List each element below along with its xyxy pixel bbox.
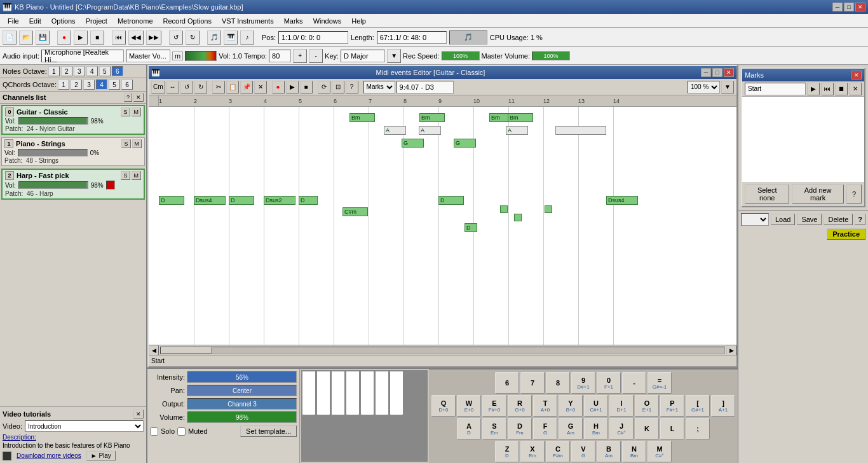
key-n[interactable]: NBm	[622, 441, 646, 462]
channel-1-mute[interactable]: M	[132, 139, 142, 148]
midi-play[interactable]: ▶	[286, 81, 299, 93]
note-small-1[interactable]	[500, 205, 508, 213]
midi-undo[interactable]: ↺	[180, 81, 193, 93]
download-link[interactable]: Download more videos	[17, 452, 81, 459]
key-rbracket[interactable]: ]A+1	[711, 395, 735, 417]
menu-marks[interactable]: Marks	[279, 16, 308, 26]
scroll-track[interactable]	[160, 347, 725, 354]
note-chm[interactable]: C#m	[342, 207, 368, 216]
play-button-video[interactable]: ► Play	[86, 451, 116, 460]
muted-checkbox[interactable]	[177, 427, 186, 436]
menu-project[interactable]: Project	[81, 16, 112, 26]
pan-bar[interactable]: Center	[187, 385, 297, 396]
key-z[interactable]: ZD	[495, 441, 519, 462]
piano-key-g[interactable]	[360, 371, 374, 415]
note-bm-4[interactable]: Bm	[508, 113, 533, 122]
piano-key-e[interactable]	[331, 371, 345, 415]
channel-1-vol-slider[interactable]	[18, 149, 88, 156]
practice-help[interactable]: ?	[855, 214, 865, 225]
key-equals[interactable]: =G#=-1	[648, 372, 672, 394]
key-0[interactable]: 0F+1	[597, 372, 621, 394]
note-d-3[interactable]: D	[299, 196, 318, 205]
channel-2-solo[interactable]: S	[121, 171, 130, 180]
menu-file[interactable]: File	[3, 16, 24, 26]
marks-prev[interactable]: ⏮	[821, 83, 834, 95]
key-a[interactable]: AD	[457, 418, 481, 439]
note-dsus4-2[interactable]: Dsus4	[606, 196, 638, 205]
note-small-2[interactable]	[514, 214, 522, 221]
key-o[interactable]: OE+1	[635, 395, 659, 417]
delete-button[interactable]: Delete	[824, 214, 853, 225]
practice-button[interactable]: Practice	[827, 228, 865, 240]
output-bar[interactable]: Channel 3	[187, 398, 297, 410]
marks-content[interactable]	[742, 97, 864, 182]
solo-checkbox[interactable]	[150, 427, 158, 436]
note-bm-1[interactable]: Bm	[349, 113, 375, 122]
note-bm-2[interactable]: Bm	[419, 113, 445, 122]
undo-button[interactable]: ↺	[169, 31, 183, 45]
tempo-down[interactable]: -	[309, 49, 323, 63]
back-button[interactable]: ◀◀	[128, 31, 144, 45]
maximize-button[interactable]: □	[844, 3, 854, 11]
key-d[interactable]: DFm	[508, 418, 532, 439]
key-q[interactable]: QD+0	[431, 395, 456, 417]
close-button[interactable]: ✕	[855, 3, 865, 11]
notes-oct-1[interactable]: 1	[48, 66, 60, 76]
qchords-oct-1[interactable]: 1	[58, 79, 69, 90]
marks-stop[interactable]: ⏹	[835, 83, 848, 95]
key-b[interactable]: BAm	[597, 441, 621, 462]
piano-button[interactable]: 🎹	[224, 31, 238, 45]
key-h[interactable]: HBm	[584, 418, 608, 439]
key-semicolon[interactable]: ;	[686, 418, 710, 439]
key-7[interactable]: 7	[520, 372, 545, 394]
midi-stop[interactable]: ■	[300, 81, 313, 93]
zoom-dropdown[interactable]: 100 %	[688, 81, 720, 93]
notes-oct-6[interactable]: 6	[112, 66, 123, 76]
set-template-button[interactable]: Set template...	[240, 425, 297, 437]
midi-maximize[interactable]: □	[712, 68, 722, 77]
menu-options[interactable]: Options	[46, 16, 81, 26]
marks-close[interactable]: ✕	[851, 71, 862, 79]
menu-edit[interactable]: Edit	[24, 16, 46, 26]
scroll-thumb[interactable]	[161, 347, 212, 354]
redo-button[interactable]: ↻	[186, 31, 200, 45]
key-g[interactable]: GAm	[559, 418, 583, 439]
key-8[interactable]: 8	[546, 372, 570, 394]
key-y[interactable]: YB+0	[559, 395, 583, 417]
qchords-oct-3[interactable]: 3	[83, 79, 95, 90]
note-d-2[interactable]: D	[229, 196, 254, 205]
key-c[interactable]: CF#m	[546, 441, 570, 462]
key-minus[interactable]: -	[622, 372, 646, 394]
key-u[interactable]: UC#+1	[584, 395, 608, 417]
open-button[interactable]: 📂	[19, 31, 33, 45]
forward-button[interactable]: ▶▶	[146, 31, 161, 45]
add-mark-button[interactable]: Add new mark	[792, 184, 843, 204]
key-s[interactable]: SEm	[482, 418, 506, 439]
stop-button[interactable]: ■	[90, 31, 104, 45]
qchords-oct-5[interactable]: 5	[109, 79, 120, 90]
tempo-up[interactable]: +	[293, 49, 307, 63]
midi-cut[interactable]: ✂	[212, 81, 225, 93]
save-practice-button[interactable]: Save	[797, 214, 822, 225]
key-9[interactable]: 9D#+1	[571, 372, 595, 394]
key-x[interactable]: XEm	[520, 441, 545, 462]
piano-key-f[interactable]	[346, 371, 360, 415]
volume-prop-bar[interactable]: 98%	[187, 411, 297, 423]
record-button[interactable]: ●	[57, 31, 71, 45]
video-dropdown[interactable]: Introduction	[25, 420, 144, 432]
key-l[interactable]: L	[660, 418, 684, 439]
piano-key-b[interactable]	[390, 371, 403, 415]
midi-cursor[interactable]: Cm	[151, 81, 165, 93]
note-a-3[interactable]: A	[506, 126, 528, 135]
midi-loop[interactable]: ⟳	[318, 81, 330, 93]
notes-oct-2[interactable]: 2	[61, 66, 72, 76]
note-a-white-bar[interactable]	[555, 126, 606, 135]
note-d-7[interactable]: D	[438, 196, 464, 205]
channel-2-mute[interactable]: M	[132, 171, 142, 180]
rewind-button[interactable]: ⏮	[112, 31, 126, 45]
menu-windows[interactable]: Windows	[308, 16, 347, 26]
notes-oct-3[interactable]: 3	[74, 66, 85, 76]
menu-metronome[interactable]: Metronome	[112, 16, 158, 26]
key-m[interactable]: MC#°	[648, 441, 672, 462]
midi-paste[interactable]: 📌	[240, 81, 253, 93]
